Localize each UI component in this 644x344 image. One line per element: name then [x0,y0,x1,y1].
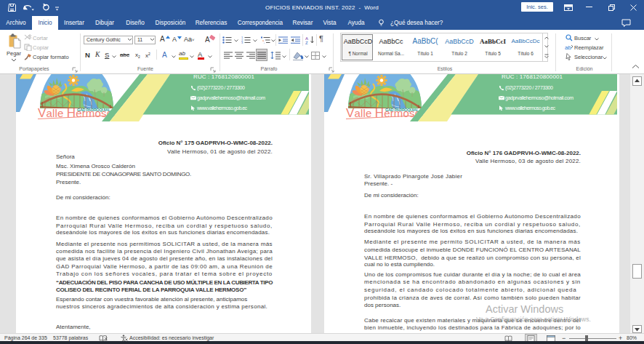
svg-text:3: 3 [241,41,243,44]
svg-text:Z: Z [305,41,308,45]
svg-text:ab: ab [565,44,571,51]
svg-text:A: A [205,36,210,44]
svg-text:i: i [264,41,265,44]
